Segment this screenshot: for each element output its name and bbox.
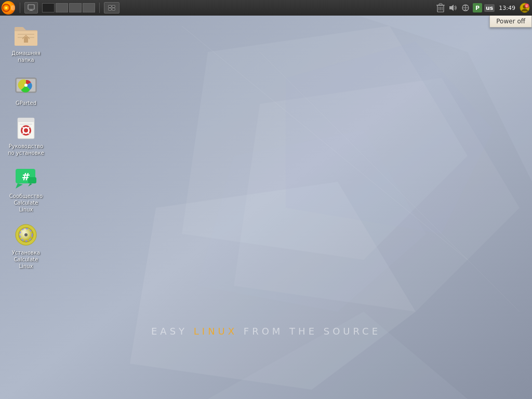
show-desktop-button[interactable] — [24, 2, 38, 14]
svg-rect-23 — [439, 4, 442, 5]
desktop: P us 13:49 ! Power off — [0, 0, 532, 399]
install-icon[interactable]: Установка Calculate Linux — [5, 220, 47, 272]
install-icon-img — [14, 222, 38, 247]
desktop-icons-container: Домашняя папка GParted — [5, 21, 47, 272]
gparted-label: GParted — [16, 100, 36, 107]
system-tray: P us 13:49 ! — [435, 3, 532, 13]
gparted-icon[interactable]: GParted — [5, 71, 47, 109]
svg-rect-17 — [109, 5, 111, 7]
watermark-easy: EASY — [151, 326, 194, 337]
volume-tray-icon[interactable] — [448, 3, 458, 13]
community-label: Сообщество Calculate Linux — [7, 193, 45, 213]
trash-tray-icon[interactable] — [435, 3, 446, 13]
app-menu-button[interactable] — [1, 1, 16, 15]
workspace-2-button[interactable] — [56, 3, 68, 12]
home-folder-icon-img — [14, 23, 38, 48]
svg-marker-27 — [449, 5, 454, 11]
community-icon[interactable]: # Сообщество Calculate Linux — [5, 164, 47, 215]
svg-rect-19 — [109, 8, 111, 10]
svg-rect-14 — [28, 5, 34, 9]
workspace-1-button[interactable] — [42, 3, 55, 12]
clock-display[interactable]: 13:49 — [497, 4, 517, 12]
community-icon-img: # — [14, 166, 38, 191]
svg-point-57 — [24, 233, 28, 236]
gparted-icon-img — [14, 73, 38, 98]
workspace-switcher — [42, 3, 95, 12]
watermark-linux: LINUX — [194, 326, 237, 337]
home-folder-label: Домашняя папка — [7, 50, 45, 63]
watermark-source: FROM THE SOURCE — [237, 326, 381, 337]
power-off-button[interactable]: Power off — [489, 16, 532, 28]
svg-rect-53 — [28, 177, 36, 183]
svg-rect-42 — [18, 118, 34, 122]
svg-point-13 — [5, 7, 7, 8]
workspace-4-button[interactable] — [83, 3, 95, 12]
svg-rect-20 — [112, 8, 115, 10]
user-tray-icon[interactable]: ! — [520, 3, 530, 13]
taskbar-separator-2 — [99, 3, 100, 13]
all-windows-button[interactable] — [104, 2, 119, 14]
install-guide-icon[interactable]: Руководство по установке — [5, 114, 47, 158]
watermark: EASY LINUX FROM THE SOURCE — [151, 326, 381, 337]
network-tray-icon[interactable] — [460, 3, 471, 13]
workspace-3-button[interactable] — [69, 3, 82, 12]
keyboard-layout-indicator[interactable]: us — [484, 4, 495, 12]
desktop-background — [0, 0, 532, 399]
taskbar-left — [0, 1, 119, 15]
calculate-logo-icon — [2, 1, 15, 15]
svg-text:!: ! — [526, 5, 527, 8]
home-folder-icon[interactable]: Домашняя папка — [5, 21, 47, 65]
install-guide-label: Руководство по установке — [7, 143, 45, 156]
svg-point-40 — [24, 84, 28, 87]
clipboard-tray-icon[interactable]: P — [473, 3, 482, 12]
taskbar-separator-1 — [20, 3, 20, 13]
install-guide-icon-img — [14, 116, 38, 141]
svg-point-45 — [24, 128, 28, 132]
taskbar: P us 13:49 ! — [0, 0, 532, 16]
svg-rect-18 — [112, 5, 115, 7]
install-label: Установка Calculate Linux — [7, 249, 45, 270]
svg-rect-16 — [29, 10, 33, 11]
